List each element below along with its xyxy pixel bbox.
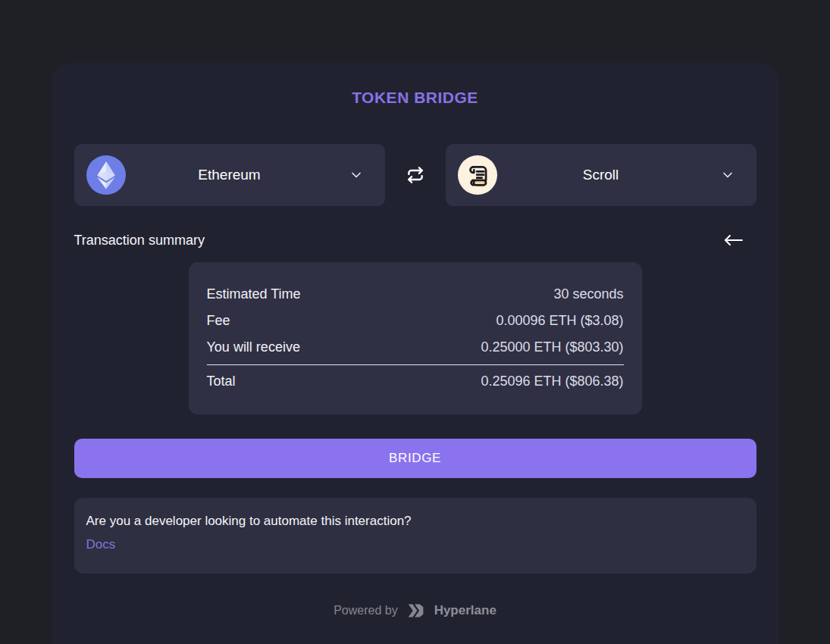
row-value: 0.00096 ETH ($3.08) [496, 313, 623, 329]
powered-by-footer: Powered by Hyperlane [74, 599, 756, 622]
swap-chains-icon[interactable] [404, 164, 427, 186]
bridge-button[interactable]: BRIDGE [74, 439, 756, 478]
hyperlane-logo-icon [405, 599, 428, 622]
row-value: 0.25000 ETH ($803.30) [481, 339, 623, 355]
summary-heading: Transaction summary [74, 233, 205, 249]
ethereum-logo-icon [86, 155, 126, 195]
swap-wrap [385, 164, 446, 186]
row-label: Total [207, 374, 236, 389]
row-label: Estimated Time [207, 286, 301, 302]
row-value: 30 seconds [553, 286, 623, 302]
row-value: 0.25096 ETH ($806.38) [481, 374, 623, 389]
row-label: You will receive [207, 339, 300, 355]
developer-question: Are you a developer looking to automate … [86, 511, 744, 532]
back-arrow-icon[interactable] [722, 231, 745, 249]
summary-divider [207, 364, 624, 365]
scroll-logo-icon [458, 155, 497, 195]
developer-info-box: Are you a developer looking to automate … [74, 498, 756, 574]
docs-link[interactable]: Docs [86, 537, 116, 552]
summary-row-fee: Fee 0.00096 ETH ($3.08) [207, 308, 624, 334]
destination-chain-label: Scroll [583, 167, 619, 183]
transaction-summary-panel: Estimated Time 30 seconds Fee 0.00096 ET… [189, 262, 642, 414]
hyperlane-brand-text: Hyperlane [434, 603, 496, 618]
summary-header: Transaction summary [74, 231, 756, 249]
page-title: TOKEN BRIDGE [74, 89, 756, 107]
bridge-card: TOKEN BRIDGE Ethereum [52, 63, 779, 644]
chevron-down-icon [720, 167, 735, 183]
origin-chain-select[interactable]: Ethereum [74, 144, 385, 206]
chain-selector-row: Ethereum [74, 144, 756, 206]
summary-row-total: Total 0.25096 ETH ($806.38) [207, 368, 624, 395]
summary-row-estimated-time: Estimated Time 30 seconds [207, 281, 624, 308]
origin-chain-label: Ethereum [198, 167, 260, 183]
summary-row-receive: You will receive 0.25000 ETH ($803.30) [207, 334, 624, 361]
destination-chain-select[interactable]: Scroll [446, 144, 756, 206]
chevron-down-icon [349, 167, 364, 183]
row-label: Fee [207, 313, 230, 329]
powered-by-text: Powered by [334, 604, 398, 617]
